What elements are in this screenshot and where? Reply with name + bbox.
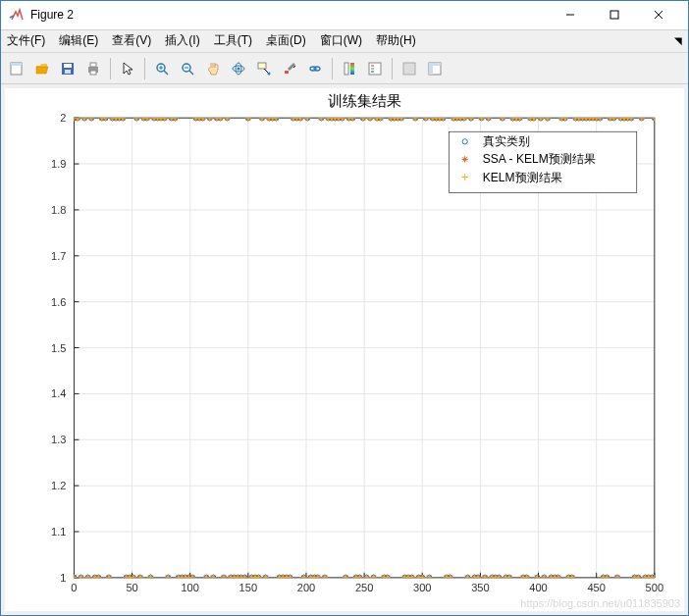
print-icon[interactable]: [81, 57, 105, 80]
close-button[interactable]: [636, 1, 680, 28]
svg-rect-30: [369, 63, 381, 75]
toolbar-sep: [110, 58, 111, 79]
svg-rect-34: [403, 63, 415, 75]
svg-rect-11: [90, 71, 96, 75]
window-title: Figure 2: [30, 8, 548, 22]
menu-dropdown-icon[interactable]: ◥: [674, 35, 682, 46]
menu-tools[interactable]: 工具(T): [214, 32, 252, 49]
minimize-button[interactable]: [548, 1, 592, 28]
zoom-in-icon[interactable]: [150, 57, 174, 80]
svg-text:150: 150: [239, 582, 257, 593]
menu-view[interactable]: 查看(V): [112, 32, 151, 49]
svg-rect-37: [429, 63, 441, 66]
svg-line-13: [164, 71, 168, 75]
figure-window: Figure 2 文件(F) 编辑(E) 查看(V) 插入(I) 工具(T) 桌…: [0, 0, 689, 616]
menu-file[interactable]: 文件(F): [7, 32, 45, 49]
svg-rect-1: [610, 11, 618, 19]
zoom-out-icon[interactable]: [176, 57, 199, 80]
svg-text:400: 400: [529, 582, 547, 593]
svg-rect-28: [344, 63, 348, 75]
svg-text:2: 2: [60, 112, 66, 124]
svg-rect-7: [64, 64, 72, 68]
svg-text:1: 1: [60, 572, 66, 584]
new-figure-icon[interactable]: [5, 57, 28, 80]
svg-text:1.5: 1.5: [51, 341, 66, 353]
watermark-text: https://blog.csdn.net/u011835903: [520, 597, 680, 609]
svg-rect-8: [65, 70, 71, 74]
svg-text:1.1: 1.1: [51, 526, 66, 538]
insert-legend-icon[interactable]: [363, 57, 387, 80]
insert-colorbar-icon[interactable]: [338, 57, 361, 80]
svg-text:250: 250: [355, 582, 373, 593]
toolbar-sep: [392, 58, 393, 79]
brush-icon[interactable]: [278, 57, 301, 80]
svg-rect-22: [258, 63, 266, 69]
svg-text:50: 50: [126, 582, 137, 593]
svg-point-21: [238, 67, 240, 70]
svg-rect-10: [90, 63, 96, 67]
axes-canvas: 训练集结果05010015020025030035040045050011.11…: [5, 88, 684, 611]
hide-plot-tools-icon[interactable]: [398, 57, 421, 80]
svg-line-17: [189, 71, 193, 75]
menu-edit[interactable]: 编辑(E): [59, 32, 98, 49]
rotate-3d-icon[interactable]: [227, 57, 250, 80]
menu-bar: 文件(F) 编辑(E) 查看(V) 插入(I) 工具(T) 桌面(D) 窗口(W…: [1, 30, 688, 54]
save-icon[interactable]: [56, 57, 80, 80]
svg-rect-25: [285, 71, 289, 74]
svg-point-27: [314, 67, 320, 71]
toolbar-sep: [332, 58, 333, 79]
matlab-logo-icon: [9, 7, 25, 23]
x-axis: 050100150200250300350400450500: [71, 573, 663, 593]
legend-entry-0: 真实类别: [483, 134, 530, 148]
svg-text:1.6: 1.6: [51, 296, 66, 308]
pointer-icon[interactable]: [116, 57, 139, 80]
title-bar: Figure 2: [1, 1, 688, 30]
svg-text:1.4: 1.4: [51, 387, 66, 399]
svg-text:500: 500: [646, 582, 663, 593]
svg-rect-29: [350, 63, 354, 75]
svg-text:1.2: 1.2: [51, 480, 66, 491]
open-icon[interactable]: [30, 57, 54, 80]
svg-text:200: 200: [297, 582, 315, 593]
menu-help[interactable]: 帮助(H): [376, 32, 416, 49]
toolbar-sep: [144, 58, 145, 79]
svg-text:1.8: 1.8: [51, 204, 66, 216]
svg-text:450: 450: [587, 582, 605, 593]
toolbar: [1, 53, 688, 84]
menu-insert[interactable]: 插入(I): [165, 32, 199, 49]
data-cursor-icon[interactable]: [252, 57, 276, 80]
svg-text:0: 0: [71, 582, 77, 593]
maximize-button[interactable]: [592, 1, 636, 28]
figure-area: 训练集结果05010015020025030035040045050011.11…: [1, 84, 688, 615]
svg-text:100: 100: [181, 582, 198, 593]
svg-text:300: 300: [413, 582, 431, 593]
menu-desktop[interactable]: 桌面(D): [266, 32, 306, 49]
svg-text:350: 350: [471, 582, 489, 593]
y-axis: 11.11.21.31.41.51.61.71.81.92: [51, 112, 79, 584]
legend-entry-2: KELM预测结果: [483, 170, 562, 183]
chart-svg: 训练集结果05010015020025030035040045050011.11…: [5, 88, 684, 611]
svg-text:1.3: 1.3: [51, 434, 66, 445]
svg-text:1.7: 1.7: [51, 250, 66, 262]
svg-text:1.9: 1.9: [51, 158, 66, 170]
menu-window[interactable]: 窗口(W): [320, 32, 362, 49]
pan-icon[interactable]: [201, 57, 225, 80]
svg-point-24: [268, 72, 271, 75]
chart-title: 训练集结果: [328, 93, 401, 109]
legend[interactable]: 真实类别SSA - KELM预测结果KELM预测结果: [450, 131, 637, 192]
show-plot-tools-icon[interactable]: [423, 57, 447, 80]
window-buttons: [548, 1, 680, 28]
link-data-icon[interactable]: [303, 57, 327, 80]
svg-rect-5: [11, 63, 22, 66]
legend-entry-1: SSA - KELM预测结果: [483, 152, 596, 166]
